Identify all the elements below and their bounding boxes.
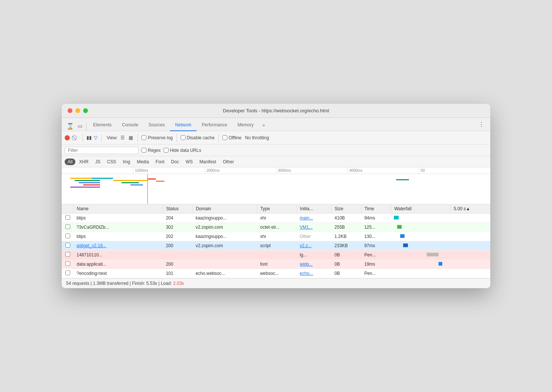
row-initiator: Other [297,232,331,241]
col-size[interactable]: Size [331,204,361,214]
status-footer: 54 requests | 1.3MB transferred | Finish… [62,278,490,288]
table-row[interactable]: 148710110... lg... 0B Pen... [62,250,490,260]
device-icon[interactable]: ▭ [75,121,85,131]
ruler-mark-4000: 4000ms [347,167,419,174]
filter-bar: Regex Hide data URLs [62,144,490,156]
col-time[interactable]: Time [361,204,391,214]
inspect-icon[interactable]: ⌛ [65,121,75,131]
row-checkbox[interactable] [62,241,74,250]
row-time: 125... [361,223,391,232]
row-checkbox[interactable] [62,250,74,260]
devtools-window: Developer Tools - https://websocket.org/… [62,104,490,288]
filter-type-manifest[interactable]: Manifest [197,158,219,165]
row-checkbox[interactable] [62,223,74,232]
row-initiator: widg... [297,260,331,269]
col-initiator[interactable]: Initia... [297,204,331,214]
row-time: 97ms [361,241,391,250]
maximize-button[interactable] [83,108,88,113]
row-checkbox[interactable] [62,232,74,241]
list-view-icon[interactable]: ☰ [120,135,125,140]
filter-type-js[interactable]: JS [92,158,103,165]
row-size: 0B [331,260,361,269]
tab-performance[interactable]: Performance [197,119,232,131]
row-checkbox[interactable] [62,260,74,269]
tab-divider [86,123,86,131]
close-button[interactable] [68,108,72,113]
row-time: 19ms [361,260,391,269]
tab-network[interactable]: Network [170,119,197,131]
filter-type-doc[interactable]: Doc [168,158,182,165]
col-waterfall[interactable]: Waterfall [391,204,450,214]
row-type: font [257,260,297,269]
toolbar-divider-4 [177,134,177,142]
filter-type-xhr[interactable]: XHR [76,158,91,165]
row-waterfall-vis [451,232,490,241]
filter-type-media[interactable]: Media [134,158,152,165]
row-type: octet-str... [257,223,297,232]
network-table: Name Status Domain Type Initia... Size T… [62,204,490,278]
filter-icon[interactable]: ▽ [94,135,98,140]
row-size: 410B [331,214,361,223]
table-row[interactable]: widget_v2.18... 200 v2.zopim.com script … [62,241,490,250]
row-waterfall [391,232,450,241]
filter-type-font[interactable]: Font [153,158,167,165]
col-status[interactable]: Status [163,204,193,214]
tab-console[interactable]: Console [117,119,143,131]
table-row[interactable]: blips 202 kaazingsuppo... xhr Other 1.2K… [62,232,490,241]
tab-more[interactable]: » [259,120,269,131]
row-name: blips [74,214,163,223]
row-type: websoc... [257,269,297,278]
row-checkbox[interactable] [62,269,74,278]
row-type [257,250,297,260]
record-button[interactable] [65,135,70,140]
col-name[interactable]: Name [74,204,163,214]
row-status: 200 [163,260,193,269]
filter-type-all[interactable]: All [65,158,75,165]
col-domain[interactable]: Domain [192,204,257,214]
tab-sources[interactable]: Sources [143,119,170,131]
filter-input[interactable] [65,147,139,154]
table-container: Name Status Domain Type Initia... Size T… [62,204,490,278]
timeline-area: 1000ms 2000ms 3000ms 4000ms 50 [62,167,490,204]
filter-type-img[interactable]: Img [120,158,133,165]
preserve-log-checkbox[interactable]: Preserve log [142,135,173,140]
row-waterfall [391,223,450,232]
row-waterfall [391,250,450,260]
table-row[interactable]: ?encoding=text 101 echo.websoc... websoc… [62,269,490,278]
camera-icon[interactable]: ▮▮ [86,135,92,140]
table-row[interactable]: ?3vCaGRDlZb... 302 v2.zopim.com octet-st… [62,223,490,232]
table-row[interactable]: data:applicati... 200 font widg... 0B 19… [62,260,490,269]
row-size: 0B [331,269,361,278]
traffic-lights [68,108,88,113]
row-initiator: VM1... [297,223,331,232]
clear-button[interactable]: ⃠ [72,134,79,141]
offline-checkbox[interactable]: Offline [222,135,241,140]
table-body: blips 204 kaazingsuppo... xhr main... 41… [62,214,490,278]
row-time: 94ms [361,214,391,223]
row-domain [192,250,257,260]
filter-type-css[interactable]: CSS [104,158,119,165]
disable-cache-checkbox[interactable]: Disable cache [181,135,215,140]
tab-elements[interactable]: Elements [88,119,117,131]
table-row[interactable]: blips 204 kaazingsuppo... xhr main... 41… [62,214,490,223]
row-checkbox[interactable] [62,214,74,223]
waterfall-view-icon[interactable]: ▦ [129,135,133,140]
filter-type-ws[interactable]: WS [183,158,195,165]
timeline-content [62,174,490,204]
row-name: 148710110... [74,250,163,260]
toolbar-divider-1 [82,134,83,142]
tab-menu[interactable]: ⋮ [476,118,487,131]
filter-type-other[interactable]: Other [220,158,237,165]
timeline-ruler: 1000ms 2000ms 3000ms 4000ms 50 [62,167,490,174]
row-initiator: v2.z... [297,241,331,250]
tab-memory[interactable]: Memory [232,119,259,131]
row-status: 202 [163,232,193,241]
row-domain: kaazingsuppo... [192,214,257,223]
window-title: Developer Tools - https://websocket.org/… [223,108,329,113]
row-name: blips [74,232,163,241]
ruler-mark-3000: 3000ms [276,167,347,174]
minimize-button[interactable] [75,108,80,113]
col-type[interactable]: Type [257,204,297,214]
hide-data-urls-checkbox[interactable]: Hide data URLs [164,148,201,153]
regex-checkbox[interactable]: Regex [142,148,161,153]
